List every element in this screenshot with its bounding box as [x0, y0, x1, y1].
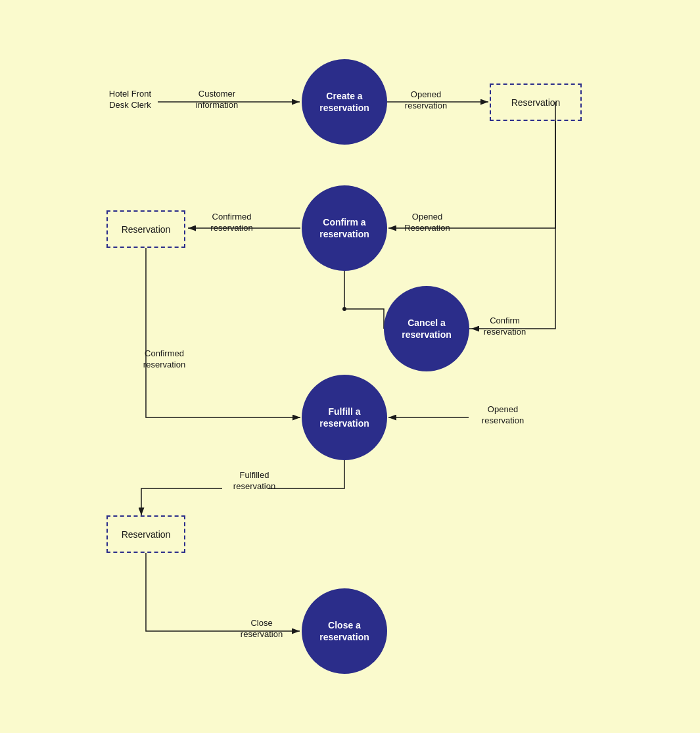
- diagram-container: Create a reservation Confirm a reservati…: [0, 0, 700, 733]
- fulfilled-reservation-label: Fulfilled reservation: [222, 470, 287, 492]
- reservation-dashed-box-left: Reservation: [106, 210, 185, 248]
- opened-reservation-1-label: Opened reservation: [393, 89, 459, 112]
- confirm-reservation-label: Confirm reservation: [472, 316, 538, 338]
- close-reservation-node: Close a reservation: [302, 588, 387, 674]
- customer-information-label: Customer information: [184, 89, 250, 111]
- create-reservation-node: Create a reservation: [302, 59, 387, 145]
- confirmed-reservation-2-label: Confirmed reservation: [131, 348, 197, 371]
- opened-reservation-2-label: Opened Reservation: [394, 212, 460, 234]
- svg-point-9: [342, 307, 346, 311]
- confirm-reservation-node: Confirm a reservation: [302, 185, 387, 271]
- reservation-dashed-box-top: Reservation: [490, 83, 582, 121]
- hotel-front-desk-label: Hotel Front Desk Clerk: [97, 89, 163, 111]
- confirmed-reservation-left-label: Confirmed reservation: [194, 212, 269, 234]
- opened-reservation-3-label: Opened reservation: [470, 404, 536, 427]
- reservation-dashed-box-bottom: Reservation: [106, 515, 185, 553]
- close-reservation-label: Close reservation: [229, 618, 294, 640]
- cancel-reservation-node: Cancel a reservation: [384, 286, 469, 371]
- fulfill-reservation-node: Fulfill a reservation: [302, 375, 387, 460]
